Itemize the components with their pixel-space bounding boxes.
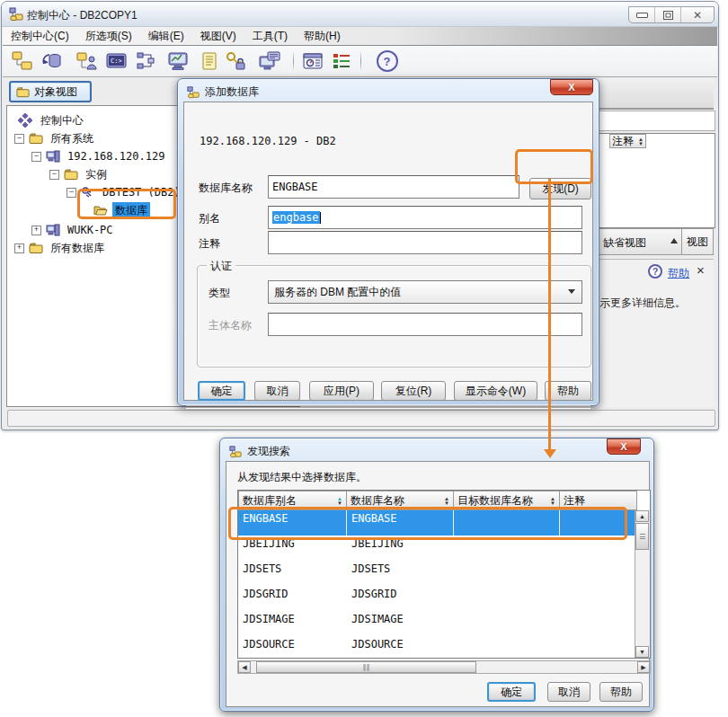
- command-editor-icon[interactable]: C:>: [104, 49, 129, 73]
- menu-control-center[interactable]: 控制中心(C): [3, 29, 77, 44]
- comment-input[interactable]: [268, 231, 582, 254]
- view-button-label: 视图: [687, 235, 708, 250]
- table-row[interactable]: JDSGRID JDSGRID: [238, 586, 637, 611]
- dialog-icon: [229, 446, 242, 458]
- cancel-button[interactable]: 取消: [547, 682, 590, 702]
- authentication-group: 认证 类型 服务器的 DBM 配置中的值 主体名称: [197, 265, 591, 367]
- comment-column-header[interactable]: 注释 ▲▼: [609, 134, 646, 148]
- scroll-left-icon[interactable]: ◀: [238, 661, 251, 673]
- help-button[interactable]: 帮助: [599, 682, 643, 702]
- collapse-icon[interactable]: −: [49, 170, 59, 180]
- legend-list-icon[interactable]: [329, 49, 353, 73]
- help-text: 示更多详细信息。: [599, 296, 686, 311]
- reset-button[interactable]: 复位(R): [381, 381, 446, 401]
- column-header-comment[interactable]: 注释: [559, 491, 637, 510]
- tab-object-view[interactable]: 对象视图: [9, 81, 92, 102]
- scroll-up-icon[interactable]: ▲: [635, 510, 649, 522]
- monitor-display-icon[interactable]: [165, 49, 190, 73]
- minimize-button[interactable]: [629, 7, 655, 22]
- collapse-icon[interactable]: −: [67, 188, 76, 198]
- refresh-icon[interactable]: [40, 49, 65, 73]
- sort-icons: ▲▼: [444, 497, 449, 505]
- menu-view[interactable]: 视图(V): [192, 29, 244, 44]
- tree-label: 控制中心: [38, 112, 86, 129]
- tab-label: 对象视图: [34, 84, 77, 100]
- scrollbar-thumb[interactable]: ☰: [635, 523, 649, 550]
- task-flow-icon[interactable]: [134, 49, 158, 73]
- expand-icon[interactable]: +: [14, 243, 24, 253]
- show-command-button[interactable]: 显示命令(W): [454, 381, 537, 401]
- main-titlebar[interactable]: 控制中心 - DB2COPY1 ✕: [2, 2, 718, 27]
- tree-item-dbtest[interactable]: − DBTEST (DB2): [67, 183, 183, 201]
- menu-selected[interactable]: 所选项(S): [77, 29, 140, 44]
- object-tree-icon[interactable]: [75, 49, 99, 73]
- discovery-dialog-titlebar[interactable]: 发现搜索: [229, 444, 290, 459]
- expand-icon[interactable]: +: [31, 226, 41, 235]
- collapse-icon[interactable]: −: [14, 134, 24, 144]
- cancel-button[interactable]: 取消: [254, 381, 300, 401]
- horizontal-scrollbar[interactable]: ◀ ∥∥ ▶: [237, 660, 651, 674]
- add-dialog-titlebar[interactable]: 添加数据库: [187, 84, 259, 100]
- table-row-selected[interactable]: ENGBASE ENGBASE: [238, 510, 637, 536]
- table-row[interactable]: JDSIMAGE JDSIMAGE: [238, 611, 637, 636]
- journal-icon[interactable]: [197, 49, 221, 73]
- help-link[interactable]: 帮助: [668, 266, 689, 281]
- systems-tree-icon[interactable]: [10, 49, 34, 73]
- tree-item-wukk-pc[interactable]: + WUKK-PC: [31, 221, 116, 239]
- tree-item-databases[interactable]: 数据库: [93, 201, 150, 219]
- toolbar-separator: [360, 49, 361, 73]
- dialog-close-button[interactable]: X: [607, 438, 641, 455]
- tree-item-instances[interactable]: − 实例: [49, 165, 110, 183]
- column-label: 数据库别名: [243, 493, 297, 509]
- server-subtitle: 192.168.120.129 - DB2: [200, 135, 336, 147]
- collapse-icon[interactable]: −: [31, 152, 41, 162]
- maximize-button[interactable]: [655, 7, 681, 22]
- menu-edit[interactable]: 编辑(E): [140, 29, 192, 44]
- system-icon: [46, 223, 60, 237]
- tree-item-control-center[interactable]: 控制中心: [18, 111, 86, 129]
- table-row[interactable]: JBEIJING JBEIJING: [238, 536, 637, 561]
- column-header-name[interactable]: 数据库名称 ▲▼: [346, 491, 454, 510]
- ok-button[interactable]: 确定: [487, 682, 536, 702]
- alias-input[interactable]: engbase: [268, 206, 582, 229]
- scrollbar-thumb[interactable]: ∥∥: [256, 661, 476, 673]
- replication-monitor-icon[interactable]: [257, 49, 281, 73]
- tree-item-system-ip[interactable]: − 192.168.120.129: [31, 147, 167, 165]
- menu-tools[interactable]: 工具(T): [244, 29, 296, 44]
- close-icon: X: [568, 82, 574, 93]
- maximize-icon: [663, 11, 673, 20]
- principal-input[interactable]: [268, 313, 582, 336]
- default-view-label[interactable]: 缺省视图: [603, 235, 646, 251]
- cell-name: JBEIJING: [347, 536, 454, 561]
- help-close-icon[interactable]: ×: [697, 262, 705, 278]
- dialog-close-button[interactable]: X: [550, 79, 593, 95]
- vertical-scrollbar[interactable]: ▲ ☰ ▼: [635, 510, 650, 658]
- db-name-value: ENGBASE: [272, 181, 318, 193]
- menu-help[interactable]: 帮助(H): [296, 29, 349, 44]
- cell-name: JDSETS: [347, 561, 454, 586]
- help-button[interactable]: 帮助: [545, 381, 591, 401]
- expand-up-icon[interactable]: [670, 238, 678, 243]
- cell-alias: ENGBASE: [238, 510, 347, 536]
- column-header-alias[interactable]: 数据库别名 ▲▼: [238, 491, 347, 510]
- ok-button[interactable]: 确定: [198, 381, 245, 401]
- scroll-right-icon[interactable]: ▶: [637, 661, 650, 673]
- apply-button[interactable]: 应用(P): [309, 381, 374, 401]
- tree-item-all-systems[interactable]: − 所有系统: [14, 129, 96, 147]
- column-header-target[interactable]: 目标数据库名称 ▲▼: [453, 491, 560, 510]
- chevron-down-icon: [568, 289, 575, 294]
- close-button[interactable]: ✕: [681, 7, 714, 22]
- table-row[interactable]: JDSETS JDSETS: [238, 561, 637, 586]
- table-row[interactable]: JDSOURCE JDSOURCE: [238, 636, 637, 659]
- help-icon[interactable]: ?: [375, 49, 399, 73]
- authority-key-icon[interactable]: [224, 49, 248, 73]
- tools-settings-icon[interactable]: [300, 49, 324, 73]
- discover-button-label: 发现(D): [542, 181, 579, 197]
- db-name-input[interactable]: ENGBASE: [268, 175, 519, 199]
- auth-type-dropdown[interactable]: 服务器的 DBM 配置中的值: [268, 280, 582, 304]
- help-question-icon[interactable]: ?: [648, 264, 662, 279]
- discover-button[interactable]: 发现(D): [529, 178, 591, 199]
- view-button[interactable]: 视图: [681, 229, 713, 254]
- tree-item-all-databases[interactable]: + 所有数据库: [14, 239, 107, 257]
- scroll-down-icon[interactable]: ▼: [635, 646, 649, 658]
